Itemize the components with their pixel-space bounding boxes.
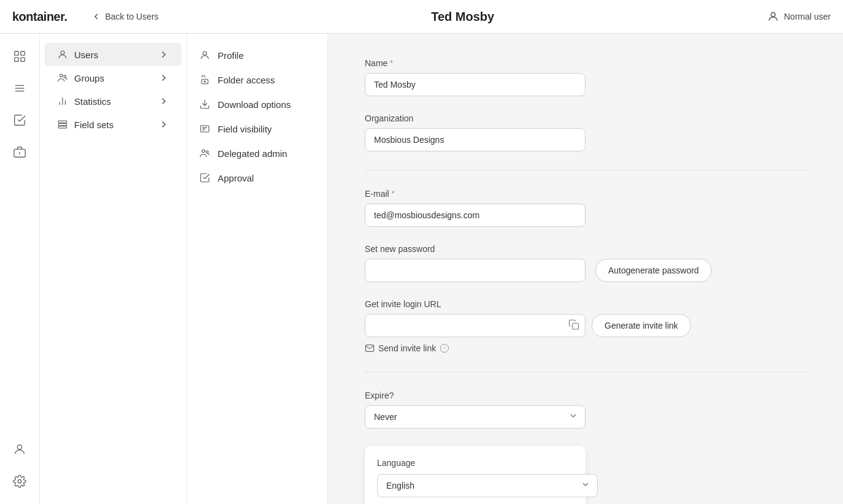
svg-point-29: [202, 150, 205, 153]
nav-item-groups[interactable]: Groups: [45, 66, 181, 90]
password-group: Set new password Autogenerate password: [365, 244, 806, 282]
name-label: Name *: [365, 58, 806, 68]
send-invite-link-button[interactable]: Send invite link: [365, 343, 806, 353]
autogenerate-password-button[interactable]: Autogenerate password: [595, 259, 712, 282]
password-label: Set new password: [365, 244, 806, 254]
organization-input[interactable]: [365, 128, 586, 151]
page-title: Ted Mosby: [431, 10, 494, 24]
svg-point-21: [203, 52, 207, 55]
svg-point-30: [206, 151, 208, 153]
logo: kontainer.: [12, 10, 67, 24]
svg-point-0: [771, 12, 775, 17]
svg-rect-19: [58, 124, 67, 126]
svg-rect-22: [202, 79, 208, 84]
subnav-delegated-admin[interactable]: Delegated admin: [187, 141, 327, 166]
user-menu[interactable]: Normal user: [767, 10, 831, 23]
sidebar-list-icon[interactable]: [6, 75, 33, 102]
nav-item-field-sets[interactable]: Field sets: [45, 113, 181, 136]
name-group: Name *: [365, 58, 806, 96]
subnav-download-options[interactable]: Download options: [187, 92, 327, 116]
svg-point-13: [60, 74, 63, 77]
language-select-wrap: English Danish German French Spanish: [377, 474, 598, 497]
svg-rect-20: [58, 126, 67, 128]
expire-select-wrap: Never 1 day 7 days 30 days: [365, 405, 586, 429]
language-label: Language: [377, 458, 573, 468]
invite-url-label: Get invite login URL: [365, 299, 806, 309]
subnav-field-visibility[interactable]: Field visibility: [187, 116, 327, 141]
sub-nav: Profile Folder access Download options F…: [187, 34, 328, 504]
email-input[interactable]: [365, 204, 586, 227]
divider-1: [365, 170, 806, 170]
main-content: Name * Organization E-mail * Set new pas…: [328, 34, 843, 504]
subnav-folder-access[interactable]: Folder access: [187, 67, 327, 92]
password-input[interactable]: [365, 259, 586, 282]
email-label: E-mail *: [365, 189, 806, 199]
sidebar-grid-icon[interactable]: [6, 43, 33, 70]
expire-group: Expire? Never 1 day 7 days 30 days: [365, 391, 806, 429]
language-card: Language English Danish German French Sp…: [365, 446, 586, 504]
svg-rect-18: [58, 121, 67, 123]
svg-rect-31: [573, 323, 579, 329]
svg-point-11: [18, 479, 21, 483]
sidebar-settings-icon[interactable]: [6, 468, 33, 495]
svg-rect-2: [21, 52, 25, 55]
org-label: Organization: [365, 113, 806, 123]
nav-item-users[interactable]: Users: [45, 43, 181, 66]
user-role-label: Normal user: [784, 12, 831, 21]
organization-group: Organization: [365, 113, 806, 151]
subnav-profile[interactable]: Profile: [187, 43, 327, 67]
name-input[interactable]: [365, 73, 586, 96]
expire-label: Expire?: [365, 391, 806, 400]
nav-item-statistics[interactable]: Statistics: [45, 90, 181, 113]
icon-sidebar: [0, 34, 40, 504]
svg-rect-1: [15, 52, 18, 55]
invite-url-group: Get invite login URL Generate invite lin…: [365, 299, 806, 353]
invite-url-input[interactable]: [365, 314, 586, 337]
email-group: E-mail *: [365, 189, 806, 227]
svg-rect-4: [21, 58, 25, 61]
svg-point-12: [61, 51, 64, 55]
sidebar-person-icon[interactable]: [6, 436, 33, 463]
svg-point-10: [17, 445, 21, 449]
divider-2: [365, 372, 806, 372]
back-to-users-button[interactable]: Back to Users: [91, 12, 158, 21]
svg-point-23: [204, 81, 205, 82]
sidebar-tasks-icon[interactable]: [6, 107, 33, 134]
language-select[interactable]: English Danish German French Spanish: [377, 474, 598, 497]
copy-icon-button[interactable]: [568, 319, 579, 332]
left-nav: Users Groups Statistics Field sets: [40, 34, 187, 504]
svg-rect-3: [15, 58, 18, 61]
svg-point-14: [64, 75, 66, 78]
expire-select[interactable]: Never 1 day 7 days 30 days: [365, 405, 586, 429]
topbar: kontainer. Back to Users Ted Mosby Norma…: [0, 0, 843, 34]
generate-invite-link-button[interactable]: Generate invite link: [592, 314, 691, 337]
subnav-approval[interactable]: Approval: [187, 166, 327, 190]
invite-url-input-wrap: [365, 314, 586, 337]
sidebar-briefcase-icon[interactable]: [6, 139, 33, 166]
